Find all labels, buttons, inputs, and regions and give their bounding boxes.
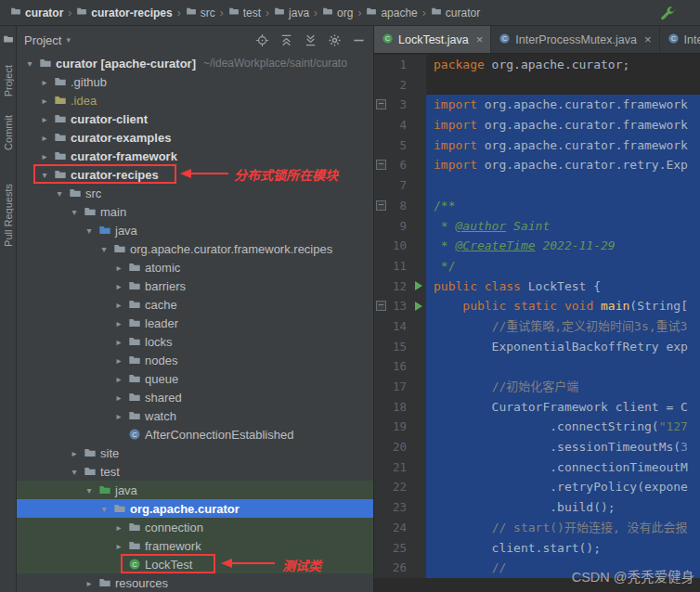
line-number[interactable]: 13	[386, 296, 411, 316]
line-number[interactable]: 19	[386, 417, 411, 437]
chevron-right-icon[interactable]: ▸	[111, 374, 126, 384]
chevron-right-icon[interactable]: ▸	[111, 337, 126, 347]
chevron-down-icon[interactable]: ▾	[52, 188, 67, 199]
chevron-right-icon[interactable]: ▸	[37, 77, 52, 87]
fold-marker-icon[interactable]	[374, 296, 386, 316]
line-number[interactable]: 11	[386, 256, 411, 277]
tree-item-org-apache-curator-framework-recipes[interactable]: ▾org.apache.curator.framework.recipes	[17, 239, 373, 258]
fold-marker-icon[interactable]	[374, 155, 386, 175]
expand-all-icon[interactable]	[304, 33, 318, 47]
tree-item-java[interactable]: ▾java	[17, 221, 373, 239]
tree-item-src[interactable]: ▾src	[17, 184, 373, 202]
chevron-right-icon[interactable]: ▸	[111, 393, 126, 403]
tree-item-test[interactable]: ▾test	[17, 462, 373, 481]
tree-item-locktest[interactable]: CLockTest	[17, 555, 373, 573]
tree-item-queue[interactable]: ▸queue	[17, 369, 373, 388]
chevron-down-icon[interactable]: ▾	[22, 58, 37, 69]
line-number[interactable]: 4	[386, 115, 411, 135]
chevron-right-icon[interactable]: ▸	[111, 318, 126, 328]
tree-item-leader[interactable]: ▸leader	[17, 314, 373, 332]
tree-item-curator-framework[interactable]: ▸curator-framework	[17, 147, 373, 165]
tree-item-curator-apache-curator[interactable]: ▾curator [apache-curator]~/ideaWorkplace…	[17, 54, 373, 72]
tree-item-locks[interactable]: ▸locks	[17, 332, 373, 351]
breadcrumb-item-org-5[interactable]: org	[319, 6, 356, 19]
code-area[interactable]: 1package org.apache.curator;23import org…	[374, 54, 700, 592]
chevron-right-icon[interactable]: ▸	[37, 133, 52, 143]
line-number[interactable]: 17	[386, 377, 411, 397]
chevron-right-icon[interactable]: ▸	[111, 300, 126, 310]
breadcrumb-item-java-4[interactable]: java	[271, 6, 312, 19]
chevron-right-icon[interactable]: ▸	[67, 448, 82, 458]
tree-item-main[interactable]: ▾main	[17, 202, 373, 221]
close-tab-icon[interactable]: ×	[644, 32, 652, 46]
breadcrumb-item-apache-6[interactable]: apache	[363, 6, 420, 19]
chevron-right-icon[interactable]: ▸	[111, 355, 126, 366]
line-number[interactable]: 26	[386, 558, 411, 578]
chevron-right-icon[interactable]: ▸	[111, 263, 126, 273]
collapse-all-icon[interactable]	[279, 33, 293, 47]
line-number[interactable]: 20	[386, 437, 411, 457]
tree-item-barriers[interactable]: ▸barriers	[17, 277, 373, 295]
project-stripe-icon[interactable]	[3, 32, 14, 48]
chevron-right-icon[interactable]: ▸	[37, 114, 52, 124]
tree-item-afterconnectionestablished[interactable]: CAfterConnectionEstablished	[17, 425, 373, 444]
chevron-down-icon[interactable]: ▾	[97, 244, 111, 254]
tree-item-curator-examples[interactable]: ▸curator-examples	[17, 128, 373, 147]
tree-item-curator-client[interactable]: ▸curator-client	[17, 109, 373, 128]
tree-item-framework[interactable]: ▸framework	[17, 536, 373, 555]
close-tab-icon[interactable]: ×	[476, 32, 484, 46]
line-number[interactable]: 2	[386, 75, 411, 96]
tool-window-button-commit[interactable]: Commit	[3, 115, 14, 150]
tree-item-java[interactable]: ▾java	[17, 481, 373, 499]
line-number[interactable]: 23	[386, 497, 411, 518]
line-number[interactable]: 10	[386, 236, 411, 256]
line-number[interactable]: 9	[386, 216, 411, 237]
tree-item-nodes[interactable]: ▸nodes	[17, 351, 373, 369]
line-number[interactable]: 5	[386, 135, 411, 156]
line-number[interactable]: 15	[386, 337, 411, 357]
tree-item-github[interactable]: ▸.github	[17, 72, 373, 91]
line-number[interactable]: 14	[386, 316, 411, 337]
chevron-right-icon[interactable]: ▸	[82, 578, 97, 588]
line-number[interactable]: 16	[386, 356, 411, 377]
chevron-down-icon[interactable]: ▾	[67, 207, 82, 217]
chevron-right-icon[interactable]: ▸	[111, 522, 126, 533]
tree-item-connection[interactable]: ▸connection	[17, 518, 373, 536]
breadcrumb-item-curator-7[interactable]: curator	[428, 6, 483, 19]
line-number[interactable]: 24	[386, 518, 411, 538]
chevron-right-icon[interactable]: ▸	[111, 541, 126, 551]
tab-interprocessmutex-java[interactable]: CInterProcessMutex.java×	[491, 26, 659, 53]
chevron-right-icon[interactable]: ▸	[111, 281, 126, 291]
chevron-down-icon[interactable]: ▾	[82, 225, 97, 236]
tree-item-site[interactable]: ▸site	[17, 444, 373, 462]
breadcrumb-item-test-3[interactable]: test	[226, 6, 264, 19]
tab-inte[interactable]: CInte	[660, 26, 700, 53]
chevron-right-icon[interactable]: ▸	[111, 411, 126, 421]
tree-item-curator-recipes[interactable]: ▾curator-recipes	[17, 165, 373, 184]
chevron-down-icon[interactable]: ▾	[37, 170, 52, 180]
breadcrumb-item-src-2[interactable]: src	[183, 6, 218, 19]
fold-marker-icon[interactable]	[374, 196, 386, 216]
chevron-down-icon[interactable]: ▾	[97, 504, 111, 514]
build-wrench-icon[interactable]	[659, 5, 676, 25]
settings-icon[interactable]	[328, 33, 342, 47]
run-icon[interactable]	[411, 277, 426, 297]
tool-window-button-project[interactable]: Project	[3, 65, 14, 97]
project-view-title[interactable]: Project	[24, 33, 61, 47]
line-number[interactable]: 6	[386, 155, 411, 175]
tree-item-resources[interactable]: ▸resources	[17, 573, 373, 592]
breadcrumb-item-curator-recipes-1[interactable]: curator-recipes	[73, 6, 175, 19]
tree-item-watch[interactable]: ▸watch	[17, 406, 373, 425]
line-number[interactable]: 12	[386, 277, 411, 297]
line-number[interactable]: 22	[386, 477, 411, 497]
fold-marker-icon[interactable]	[374, 95, 386, 115]
hide-icon[interactable]	[352, 33, 366, 47]
tool-window-button-pull-requests[interactable]: Pull Requests	[3, 184, 14, 247]
tab-locktest-java[interactable]: CLockTest.java×	[374, 26, 491, 53]
line-number[interactable]: 8	[386, 196, 411, 216]
chevron-right-icon[interactable]: ▸	[37, 96, 52, 106]
tree-item-cache[interactable]: ▸cache	[17, 295, 373, 314]
line-number[interactable]: 25	[386, 538, 411, 559]
line-number[interactable]: 1	[386, 55, 411, 75]
tree-item-shared[interactable]: ▸shared	[17, 388, 373, 406]
